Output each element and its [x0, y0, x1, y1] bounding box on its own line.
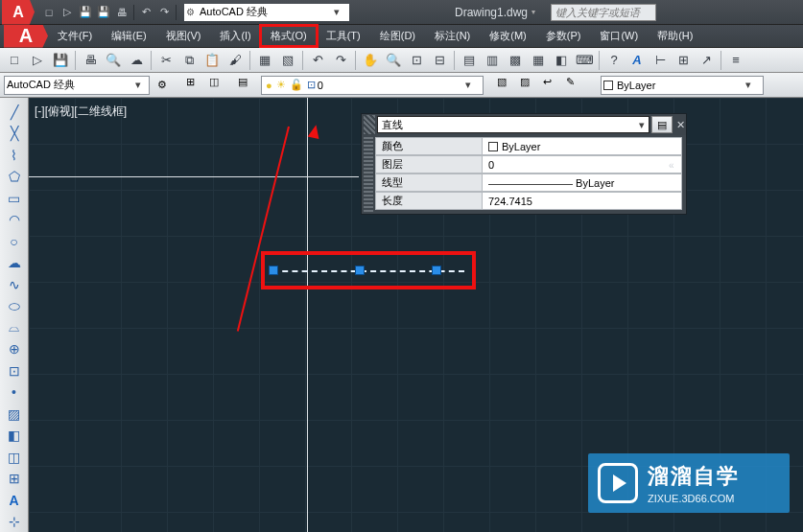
menu-tools[interactable]: 工具(T): [317, 26, 370, 46]
menu-insert[interactable]: 插入(I): [210, 26, 260, 46]
preview-button[interactable]: 🔍: [103, 51, 124, 70]
mleader-style-button[interactable]: ↗: [696, 51, 717, 70]
text-style-button[interactable]: A: [626, 51, 648, 70]
menu-modify[interactable]: 修改(M): [480, 26, 536, 46]
layer-props-button[interactable]: ▤: [238, 76, 259, 95]
app-logo-large[interactable]: A: [4, 25, 48, 48]
properties-button[interactable]: ▤: [459, 51, 480, 70]
app-logo[interactable]: A: [2, 0, 35, 25]
ws-settings-button[interactable]: ⚙: [152, 76, 173, 95]
palette-options-button[interactable]: ▤: [651, 116, 673, 133]
palette-grip[interactable]: [364, 115, 375, 134]
close-icon[interactable]: ✕: [673, 119, 686, 131]
pan-button[interactable]: ✋: [360, 51, 381, 70]
table-tool[interactable]: ⊞: [3, 469, 26, 490]
color-combo[interactable]: ▾: [601, 76, 764, 95]
print-icon[interactable]: 🖶: [113, 4, 130, 21]
prop-linetype-value[interactable]: ———————— ByLayer: [483, 173, 682, 192]
chevron-down-icon[interactable]: ▾: [461, 79, 475, 91]
spline-tool[interactable]: ∿: [3, 274, 26, 295]
palette-side-grip[interactable]: [364, 137, 373, 212]
print-button[interactable]: 🖶: [80, 51, 101, 70]
arc-tool[interactable]: ◠: [3, 210, 26, 231]
chevron-down-icon[interactable]: ▾: [742, 79, 755, 91]
edit-block-button[interactable]: ▧: [277, 51, 298, 70]
design-center-button[interactable]: ▥: [482, 51, 503, 70]
polyline-tool[interactable]: ⌇: [3, 145, 26, 166]
more-button[interactable]: ≡: [725, 51, 746, 70]
line-tool[interactable]: ╱: [3, 102, 26, 123]
block-button[interactable]: ▦: [254, 51, 275, 70]
table-style-button[interactable]: ⊞: [673, 51, 694, 70]
undo-icon[interactable]: ↶: [137, 4, 154, 21]
prop-layer-value[interactable]: 0: [483, 155, 682, 173]
xline-tool[interactable]: ╳: [3, 124, 26, 145]
addselected-tool[interactable]: ⊹: [3, 512, 26, 533]
hatch-tool[interactable]: ▨: [3, 404, 26, 425]
redo-button[interactable]: ↷: [330, 51, 351, 70]
menu-window[interactable]: 窗口(W): [590, 26, 648, 46]
layer-iso-button[interactable]: ▨: [520, 76, 541, 95]
grip-end[interactable]: [432, 266, 441, 275]
publish-button[interactable]: ☁: [126, 51, 147, 70]
zoom-window-button[interactable]: ⊡: [406, 51, 427, 70]
undo-button[interactable]: ↶: [307, 51, 328, 70]
polygon-tool[interactable]: ⬠: [3, 167, 26, 188]
make-block-tool[interactable]: ⊡: [3, 360, 26, 382]
rectangle-tool[interactable]: ▭: [3, 188, 26, 209]
menu-format[interactable]: 格式(O): [261, 26, 317, 46]
sheet-set-button[interactable]: ▦: [528, 51, 549, 70]
revcloud-tool[interactable]: ☁: [3, 253, 26, 274]
palette-toggle-icon[interactable]: «: [669, 160, 682, 171]
layer-combo[interactable]: ● ☀ 🔓 ⊡ ▾: [261, 76, 484, 95]
gradient-tool[interactable]: ◧: [3, 426, 26, 447]
menu-edit[interactable]: 编辑(E): [102, 26, 156, 46]
save-button[interactable]: 💾: [50, 51, 71, 70]
chevron-down-icon[interactable]: ▾: [334, 6, 347, 18]
drawing-area[interactable]: [-][俯视][二维线框] 直线 ▾ ▤ ✕ 颜色 ByLayer 图层: [29, 98, 803, 532]
layer-tool-2[interactable]: ◫: [209, 76, 230, 95]
new-icon[interactable]: □: [40, 4, 58, 21]
markup-button[interactable]: ◧: [551, 51, 572, 70]
menu-view[interactable]: 视图(V): [156, 26, 211, 46]
point-tool[interactable]: •: [3, 382, 26, 404]
copy-button[interactable]: ⧉: [178, 51, 200, 70]
menu-draw[interactable]: 绘图(D): [370, 26, 425, 46]
workspace-dropdown[interactable]: ⚙ ▾: [184, 4, 349, 21]
object-type-combo[interactable]: 直线 ▾: [377, 116, 649, 133]
menu-parametric[interactable]: 参数(P): [536, 26, 591, 46]
mtext-tool[interactable]: A: [3, 490, 26, 511]
layer-state-button[interactable]: ▧: [497, 76, 518, 95]
open-icon[interactable]: ▷: [59, 4, 76, 21]
calc-button[interactable]: ⌨: [574, 51, 595, 70]
tool-palettes-button[interactable]: ▩: [505, 51, 526, 70]
cut-button[interactable]: ✂: [155, 51, 177, 70]
zoom-button[interactable]: 🔍: [383, 51, 404, 70]
grip-mid[interactable]: [355, 266, 365, 275]
circle-tool[interactable]: ○: [3, 231, 26, 252]
title-dropdown-icon[interactable]: ▾: [531, 8, 535, 16]
help-button[interactable]: ?: [603, 51, 625, 70]
chevron-down-icon[interactable]: ▾: [131, 79, 145, 91]
layer-tool-1[interactable]: ⊞: [186, 76, 207, 95]
menu-dimension[interactable]: 标注(N): [425, 26, 480, 46]
saveas-icon[interactable]: 💾: [95, 4, 112, 21]
viewport-label[interactable]: [-][俯视][二维线框]: [35, 104, 127, 120]
layer-prev-button[interactable]: ↩: [543, 76, 564, 95]
zoom-prev-button[interactable]: ⊟: [429, 51, 450, 70]
search-input[interactable]: [551, 4, 656, 21]
ellipse-arc-tool[interactable]: ⌓: [3, 317, 26, 338]
match-button[interactable]: 🖌: [224, 51, 246, 70]
menu-help[interactable]: 帮助(H): [648, 26, 702, 46]
chevron-down-icon[interactable]: ▾: [631, 119, 645, 131]
prop-color-value[interactable]: ByLayer: [483, 137, 682, 155]
menu-file[interactable]: 文件(F): [48, 26, 102, 46]
dim-style-button[interactable]: ⊢: [649, 51, 671, 70]
insert-block-tool[interactable]: ⊕: [3, 339, 26, 360]
workspace-combo[interactable]: ▾: [4, 76, 150, 95]
region-tool[interactable]: ◫: [3, 447, 26, 468]
save-icon[interactable]: 💾: [77, 4, 94, 21]
open-button[interactable]: ▷: [27, 51, 48, 70]
ellipse-tool[interactable]: ⬭: [3, 296, 26, 317]
layer-match-button[interactable]: ✎: [566, 76, 587, 95]
